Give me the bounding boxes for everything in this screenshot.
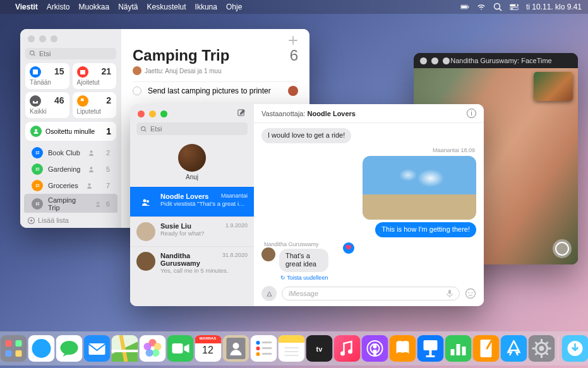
svg-point-34 — [97, 201, 99, 204]
shared-info[interactable]: Jaettu: Anuj Desai ja 1 muu — [133, 66, 298, 75]
reminders-search-input[interactable] — [25, 48, 116, 59]
dock-maps[interactable] — [111, 335, 138, 362]
flag-icon — [77, 95, 88, 107]
reminder-item[interactable]: Send last camping pictures to printer — [133, 81, 298, 100]
svg-rect-52 — [5, 350, 11, 357]
tapback-heart-icon[interactable] — [343, 242, 354, 254]
dock-contacts[interactable] — [222, 335, 249, 362]
dock-notes[interactable] — [278, 335, 304, 362]
dock-preferences[interactable] — [528, 335, 555, 362]
shared-icon — [88, 150, 95, 157]
person-icon — [30, 126, 42, 137]
close-button[interactable] — [28, 35, 35, 42]
dock-downloads[interactable] — [561, 335, 588, 362]
svg-rect-17 — [37, 151, 39, 151]
conversation-item[interactable]: Susie Liu1.9.2020Ready for what? — [130, 217, 254, 246]
incoming-message[interactable]: I would love to get a ride! — [261, 128, 351, 143]
reminders-search[interactable] — [25, 47, 116, 59]
dock-books[interactable] — [389, 335, 416, 362]
svg-rect-104 — [456, 344, 460, 355]
svg-rect-22 — [37, 167, 39, 168]
zoom-button[interactable] — [51, 35, 57, 42]
conversation-preview: Pidit viestistä "That's a great idea " — [160, 200, 248, 207]
conversation-item[interactable]: Noodle LoversMaanantaiPidit viestistä "T… — [130, 187, 254, 217]
app-menu[interactable]: Viestit — [15, 3, 38, 11]
svg-rect-53 — [15, 350, 21, 357]
list-item[interactable]: Gardening5 — [24, 161, 117, 177]
menu-edit[interactable]: Muokkaa — [78, 3, 109, 11]
dock-reminders[interactable] — [250, 335, 277, 362]
svg-rect-1 — [461, 6, 467, 8]
messages-search[interactable] — [136, 122, 248, 135]
minimize-button[interactable] — [39, 35, 46, 42]
dock-tv[interactable]: tv — [306, 335, 332, 362]
add-list-button[interactable]: Lisää lista — [20, 213, 121, 228]
minimize-button[interactable] — [149, 110, 156, 117]
messages-search-input[interactable] — [136, 122, 248, 135]
emoji-button[interactable] — [465, 288, 476, 299]
menu-help[interactable]: Ohje — [226, 3, 242, 11]
list-item[interactable]: Book Club2 — [24, 145, 117, 161]
dock-photos[interactable] — [139, 335, 165, 362]
add-reminder-button[interactable] — [288, 35, 298, 45]
dock-mail[interactable] — [83, 335, 110, 362]
smartlist-today[interactable]: 15 Tänään — [25, 63, 69, 89]
avatar — [136, 222, 155, 241]
dock-safari[interactable] — [28, 335, 54, 362]
control-center-icon[interactable] — [510, 3, 519, 11]
menubar-clock[interactable]: ti 10.11. klo 9.41 — [526, 3, 582, 11]
chat-transcript[interactable]: I would love to get a ride! Maanantai 18… — [254, 123, 484, 281]
outgoing-message[interactable]: This is how I'm getting there! — [375, 222, 476, 237]
tray-icon — [30, 95, 41, 107]
pinned-conversation[interactable]: Anuj — [130, 140, 254, 187]
image-attachment[interactable] — [363, 156, 476, 220]
facetime-capture-button[interactable] — [553, 239, 572, 258]
dock-launchpad[interactable] — [0, 335, 27, 362]
svg-rect-31 — [35, 204, 37, 205]
dock-keynote[interactable] — [417, 335, 443, 362]
spotlight-icon[interactable] — [493, 3, 502, 11]
smartlist-scheduled[interactable]: 21 Ajoitetut — [73, 63, 117, 89]
close-button[interactable] — [138, 110, 145, 117]
wifi-icon[interactable] — [477, 3, 486, 11]
svg-rect-15 — [35, 151, 37, 152]
list-item[interactable]: Groceries7 — [24, 177, 117, 194]
compose-button[interactable] — [237, 109, 246, 118]
svg-rect-23 — [37, 169, 39, 170]
apps-button[interactable] — [261, 286, 277, 301]
smartlist-all[interactable]: 46 Kaikki — [25, 92, 69, 118]
facetime-pip[interactable] — [534, 72, 573, 101]
svg-rect-71 — [195, 341, 221, 343]
menu-view[interactable]: Näytä — [118, 3, 138, 11]
menu-window[interactable]: Ikkuna — [195, 3, 217, 11]
dock-calendar[interactable]: MARRAS12 — [195, 335, 221, 362]
dock: MARRAS12 tv — [0, 331, 588, 365]
details-button[interactable]: i — [467, 109, 476, 118]
svg-point-91 — [340, 352, 345, 356]
smartlist-flagged[interactable]: 2 Liputetut — [73, 92, 117, 118]
replay-effect-button[interactable]: ↻ Toista uudelleen — [280, 275, 328, 281]
dock-facetime[interactable] — [167, 335, 193, 362]
list-item[interactable]: Camping Trip6 — [24, 194, 117, 213]
conversation-item[interactable]: Nanditha Guruswamy31.8.2020Yes, call me … — [130, 246, 254, 279]
checkbox[interactable] — [133, 86, 141, 95]
dock-music[interactable] — [333, 335, 360, 362]
dictation-icon[interactable] — [445, 289, 454, 298]
dock-appstore[interactable] — [500, 335, 527, 362]
dock-numbers[interactable] — [445, 335, 471, 362]
message-input[interactable]: iMessage — [282, 287, 460, 300]
smartlist-assigned[interactable]: Osoitettu minulle 1 — [25, 122, 116, 141]
dock-messages[interactable] — [56, 335, 82, 362]
dock-podcasts[interactable] — [361, 335, 388, 362]
svg-rect-105 — [462, 347, 465, 355]
menu-conversations[interactable]: Keskustelut — [147, 3, 186, 11]
assignee-avatar[interactable] — [288, 86, 298, 96]
incoming-message[interactable]: That's a great idea — [279, 247, 349, 274]
zoom-button[interactable] — [160, 110, 167, 117]
menu-file[interactable]: Arkisto — [47, 3, 70, 11]
battery-icon[interactable] — [460, 3, 469, 11]
to-value[interactable]: Noodle Lovers — [308, 110, 356, 117]
svg-point-24 — [90, 167, 93, 169]
dock-pages[interactable] — [472, 335, 499, 362]
dock-separator — [558, 336, 558, 360]
